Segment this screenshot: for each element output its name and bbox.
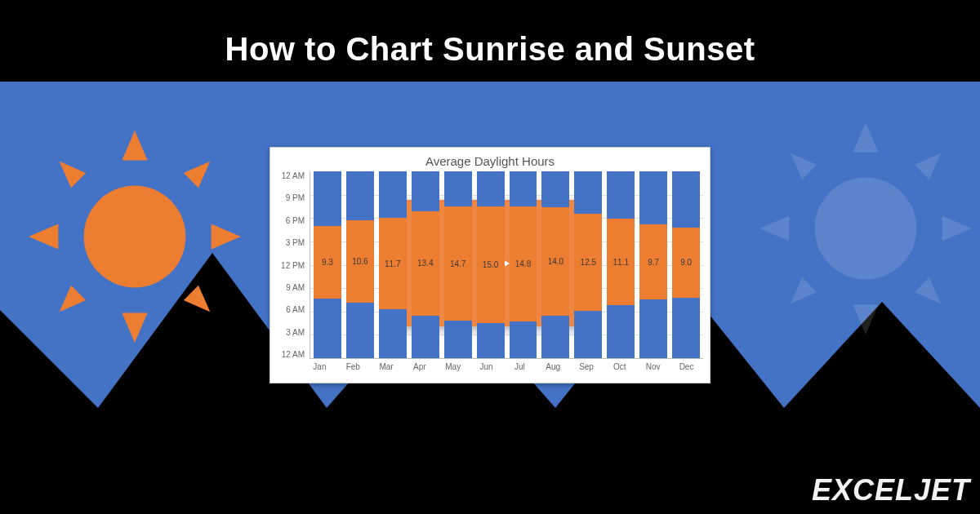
y-tick-label: 12 AM <box>282 350 305 359</box>
segment-daylight: 9.0 <box>672 228 700 298</box>
x-tick-label: Nov <box>639 359 667 374</box>
y-tick-label: 6 PM <box>286 216 305 225</box>
segment-daylight: 11.7 <box>379 218 407 309</box>
svg-marker-2 <box>122 131 147 160</box>
segment-before-sunrise <box>672 298 700 358</box>
segment-after-sunset <box>444 171 472 206</box>
segment-before-sunrise <box>639 299 667 358</box>
x-tick-label: Jul <box>506 359 534 374</box>
svg-marker-16 <box>915 153 942 180</box>
segment-before-sunrise <box>412 316 439 358</box>
chart-column: 9.3 <box>314 171 341 358</box>
chart-x-axis: JanFebMarAprMayJunJulAugSepOctNovDec <box>270 359 710 374</box>
segment-daylight: 14.7 <box>444 206 472 321</box>
svg-marker-12 <box>853 305 878 335</box>
segment-after-sunset <box>477 171 505 206</box>
chart-column: 10.6 <box>346 171 374 358</box>
segment-before-sunrise <box>477 323 505 358</box>
segment-daylight: 11.1 <box>607 219 635 305</box>
x-tick-label: Aug <box>539 359 568 374</box>
segment-after-sunset <box>672 171 700 228</box>
sun-icon <box>29 131 241 343</box>
chart-column: 11.7 <box>379 171 407 358</box>
y-tick-label: 12 AM <box>282 171 305 180</box>
segment-before-sunrise <box>314 299 341 358</box>
chart-column: 11.1 <box>607 171 635 358</box>
svg-marker-4 <box>29 224 58 249</box>
x-tick-label: Jan <box>305 359 334 374</box>
chart-column: 9.7 <box>639 171 667 358</box>
segment-after-sunset <box>346 171 374 220</box>
svg-marker-3 <box>122 313 147 343</box>
svg-marker-6 <box>60 162 87 188</box>
x-tick-label: May <box>439 359 467 374</box>
video-thumbnail-stage: How to Chart Sunrise and Sunset <box>0 0 980 514</box>
segment-daylight: 15.0 <box>477 206 505 323</box>
svg-marker-18 <box>915 277 942 304</box>
svg-marker-7 <box>184 162 210 188</box>
x-tick-label: Apr <box>405 359 434 374</box>
svg-marker-14 <box>942 215 972 241</box>
brand-logo: EXCELJET <box>812 473 970 507</box>
svg-marker-9 <box>184 286 210 312</box>
page-title: How to Chart Sunrise and Sunset <box>0 31 980 68</box>
segment-daylight: 12.5 <box>574 214 602 311</box>
svg-marker-11 <box>853 122 878 152</box>
chart-panel: Average Daylight Hours 12 AM9 PM6 PM3 PM… <box>270 147 710 383</box>
segment-before-sunrise <box>510 321 537 358</box>
chart-title: Average Daylight Hours <box>270 148 710 171</box>
chart-column: 14.7 <box>444 171 472 358</box>
y-tick-label: 12 PM <box>281 261 305 270</box>
segment-daylight: 14.0 <box>541 207 569 317</box>
segment-daylight: 10.6 <box>346 220 374 303</box>
chart-column: 14.8 <box>510 171 537 358</box>
y-tick-label: 9 AM <box>286 283 305 292</box>
segment-daylight: 13.4 <box>412 211 439 316</box>
chart-column: 14.0 <box>541 171 569 358</box>
x-tick-label: Dec <box>672 359 701 374</box>
x-tick-label: Sep <box>572 359 601 374</box>
segment-before-sunrise <box>541 316 569 358</box>
y-tick-label: 3 PM <box>286 238 305 247</box>
chart-column: 9.0 <box>672 171 700 358</box>
segment-daylight: 9.7 <box>639 224 667 300</box>
chart-column: 15.0 <box>477 171 505 358</box>
x-tick-label: Oct <box>605 359 634 374</box>
x-tick-label: Feb <box>339 359 368 374</box>
svg-point-1 <box>84 186 186 288</box>
x-tick-label: Jun <box>472 359 501 374</box>
segment-before-sunrise <box>444 321 472 358</box>
segment-after-sunset <box>510 171 537 206</box>
chart-y-axis: 12 AM9 PM6 PM3 PM12 PM9 AM6 AM3 AM12 AM <box>277 171 310 359</box>
svg-marker-13 <box>760 215 789 241</box>
svg-marker-8 <box>60 286 87 312</box>
segment-daylight: 14.8 <box>510 206 537 321</box>
svg-point-10 <box>815 178 917 280</box>
segment-after-sunset <box>541 171 569 207</box>
svg-marker-5 <box>212 224 241 249</box>
segment-before-sunrise <box>607 305 635 358</box>
segment-after-sunset <box>412 171 439 211</box>
segment-after-sunset <box>639 171 667 224</box>
segment-before-sunrise <box>346 303 374 358</box>
y-tick-label: 9 PM <box>286 193 305 202</box>
svg-marker-17 <box>791 277 817 304</box>
chart-column: 13.4 <box>412 171 439 358</box>
segment-before-sunrise <box>379 309 407 358</box>
segment-after-sunset <box>379 171 407 218</box>
svg-marker-15 <box>791 153 817 180</box>
x-tick-label: Mar <box>372 359 401 374</box>
segment-after-sunset <box>574 171 602 214</box>
segment-after-sunset <box>314 171 341 226</box>
chart-plot-wrap: 12 AM9 PM6 PM3 PM12 PM9 AM6 AM3 AM12 AM … <box>270 171 710 359</box>
segment-daylight: 9.3 <box>314 226 341 299</box>
segment-after-sunset <box>607 171 635 219</box>
segment-before-sunrise <box>574 311 602 358</box>
page-title-bar: How to Chart Sunrise and Sunset <box>0 31 980 68</box>
y-tick-label: 6 AM <box>286 305 305 314</box>
sun-icon-faint <box>760 122 972 335</box>
chart-column: 12.5 <box>574 171 602 358</box>
y-tick-label: 3 AM <box>286 328 305 337</box>
